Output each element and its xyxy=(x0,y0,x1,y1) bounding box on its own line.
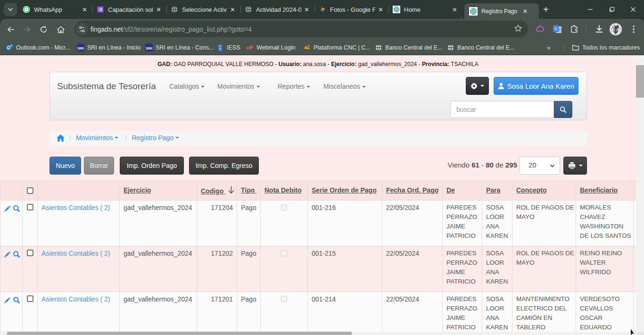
svg-text:cP: cP xyxy=(247,45,253,50)
svg-text:SRi: SRi xyxy=(77,46,83,50)
svg-text:SRi: SRi xyxy=(146,46,152,50)
svg-text:G: G xyxy=(554,26,557,31)
